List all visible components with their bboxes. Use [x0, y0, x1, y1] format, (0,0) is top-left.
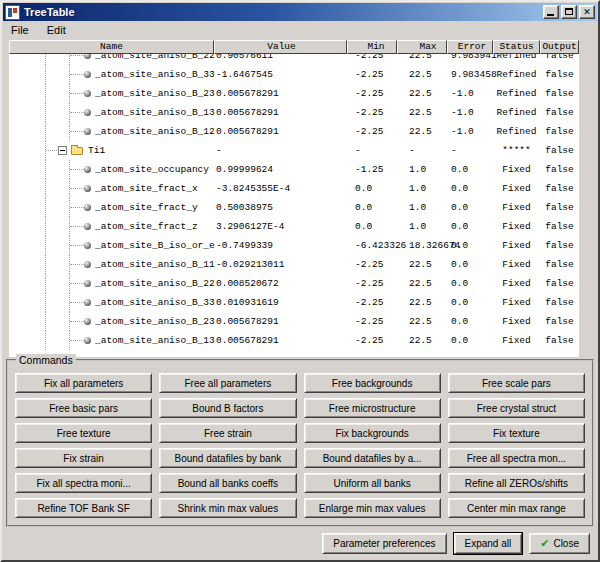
command-button[interactable]: Free all parameters: [159, 373, 296, 393]
param-status: Fixed: [493, 198, 540, 217]
menu-file[interactable]: File: [9, 23, 31, 37]
command-button[interactable]: Free scale pars: [448, 373, 585, 393]
param-max: 1.0: [397, 217, 447, 236]
table-row[interactable]: _atom_site_aniso_B_23 0.005678291 -2.25 …: [9, 84, 579, 103]
command-button[interactable]: Bound datafiles by bank: [159, 448, 296, 468]
param-status: Fixed: [493, 255, 540, 274]
table-row[interactable]: _atom_site_aniso_B_23 0.005678291 -2.25 …: [9, 312, 579, 331]
column-header-min[interactable]: Min: [347, 40, 397, 54]
table-row[interactable]: _atom_site_aniso_B_33 -1.6467545 -2.25 2…: [9, 65, 579, 84]
command-button-label: Free texture: [57, 428, 111, 439]
command-button[interactable]: Bound datafiles by a...: [304, 448, 441, 468]
param-error: -1.0: [447, 84, 493, 103]
command-button[interactable]: Center min max range: [448, 498, 585, 518]
table-row[interactable]: _atom_site_B_iso_or_e -0.7499339 -6.4233…: [9, 236, 579, 255]
param-value: 0.50038975: [214, 198, 347, 217]
param-error: 0.0: [447, 236, 493, 255]
table-row[interactable]: _atom_site_fract_z 3.2906127E-4 0.0 1.0 …: [9, 217, 579, 236]
tree-expander-icon[interactable]: [58, 146, 67, 155]
command-button[interactable]: Enlarge min max values: [304, 498, 441, 518]
parameter-table: Name Value Min Max Error Status Output: [9, 40, 579, 357]
tree-connector-line: [70, 340, 84, 341]
column-header-output[interactable]: Output: [540, 40, 579, 54]
param-max: 22.5: [397, 312, 447, 331]
command-button[interactable]: Refine TOF Bank SF: [15, 498, 152, 518]
param-max: 22.5: [397, 255, 447, 274]
app-icon: [5, 5, 20, 20]
table-row[interactable]: Ti1 - - - - ***** false: [9, 141, 579, 160]
param-value: 0.90576611: [214, 54, 347, 65]
bullet-icon: [84, 337, 91, 344]
command-button[interactable]: Free backgrounds: [304, 373, 441, 393]
command-button-label: Free strain: [204, 428, 252, 439]
param-error: 9.983941: [447, 54, 493, 65]
command-button[interactable]: Free microstructure: [304, 398, 441, 418]
minimize-button[interactable]: [543, 5, 559, 19]
command-button[interactable]: Free all spectra mon...: [448, 448, 585, 468]
param-status: Fixed: [493, 331, 540, 350]
param-name: _atom_site_aniso_B_13: [95, 103, 215, 122]
tree-guide-line: [45, 65, 46, 84]
param-name: _atom_site_aniso_B_12: [95, 122, 215, 141]
tree-connector-line: [70, 321, 84, 322]
command-button[interactable]: Bound B factors: [159, 398, 296, 418]
command-button[interactable]: Shrink min max values: [159, 498, 296, 518]
param-status: Fixed: [493, 160, 540, 179]
menu-edit[interactable]: Edit: [45, 23, 68, 37]
bullet-icon: [84, 166, 91, 173]
command-button-label: Free scale pars: [482, 378, 551, 389]
close-dialog-button[interactable]: ✔Close: [529, 533, 590, 554]
command-button[interactable]: Fix backgrounds: [304, 423, 441, 443]
maximize-button[interactable]: [561, 5, 577, 19]
table-row[interactable]: _atom_site_fract_y 0.50038975 0.0 1.0 0.…: [9, 198, 579, 217]
table-row[interactable]: _atom_site_aniso_B_22 0.008520672 -2.25 …: [9, 274, 579, 293]
column-header-status[interactable]: Status: [493, 40, 540, 54]
command-button[interactable]: Bound all banks coeffs: [159, 473, 296, 493]
param-min: -2.25: [347, 293, 397, 312]
command-button[interactable]: Free basic pars: [15, 398, 152, 418]
expand-all-button[interactable]: Expand all: [454, 533, 523, 554]
tree-guide-line: [45, 122, 46, 141]
param-value: 0.005678291: [214, 312, 347, 331]
table-row[interactable]: _atom_site_aniso_B_33 0.010931619 -2.25 …: [9, 293, 579, 312]
command-button[interactable]: Free strain: [159, 423, 296, 443]
column-header-max[interactable]: Max: [397, 40, 447, 54]
command-button[interactable]: Uniform all banks: [304, 473, 441, 493]
param-max: 1.0: [397, 179, 447, 198]
table-row[interactable]: _atom_site_aniso_B_11 -0.029213011 -2.25…: [9, 255, 579, 274]
bullet-icon: [84, 242, 91, 249]
param-error: 0.0: [447, 293, 493, 312]
table-row[interactable]: _atom_site_occupancy 0.99999624 -1.25 1.…: [9, 160, 579, 179]
table-body: _atom_site_aniso_B_22 0.90576611 -2.25 2…: [9, 54, 579, 357]
tree-cell: Ti1: [9, 141, 214, 160]
command-button[interactable]: Fix all parameters: [15, 373, 152, 393]
table-row[interactable]: _atom_site_aniso_B_13 0.005678291 -2.25 …: [9, 331, 579, 350]
expand-all-label: Expand all: [465, 538, 512, 549]
command-button[interactable]: Free texture: [15, 423, 152, 443]
table-row[interactable]: _atom_site_aniso_B_12 0.005678291 -2.25 …: [9, 122, 579, 141]
column-header-error[interactable]: Error: [447, 40, 493, 54]
table-row[interactable]: _atom_site_aniso_B_22 0.90576611 -2.25 2…: [9, 54, 579, 65]
command-button[interactable]: Fix strain: [15, 448, 152, 468]
commands-panel-title: Commands: [16, 354, 76, 366]
command-button[interactable]: Fix texture: [448, 423, 585, 443]
tree-connector-line: [70, 226, 84, 227]
command-button[interactable]: Refine all ZEROs/shifts: [448, 473, 585, 493]
titlebar[interactable]: TreeTable ✕: [3, 3, 597, 21]
table-row[interactable]: _atom_site_fract_x -3.8245355E-4 0.0 1.0…: [9, 179, 579, 198]
param-max: 22.5: [397, 65, 447, 84]
column-header-value[interactable]: Value: [214, 40, 347, 54]
close-window-button[interactable]: ✕: [579, 5, 595, 19]
tree-guide-line: [45, 84, 46, 103]
table-row[interactable]: _atom_site_aniso_B_13 0.005678291 -2.25 …: [9, 103, 579, 122]
param-value: -0.7499339: [214, 236, 347, 255]
parameter-preferences-button[interactable]: Parameter preferences: [322, 533, 446, 554]
command-button[interactable]: Fix all spectra moni...: [15, 473, 152, 493]
command-button-label: Bound datafiles by a...: [323, 453, 422, 464]
param-name: _atom_site_fract_z: [95, 217, 198, 236]
tree-cell: _atom_site_aniso_B_13: [9, 331, 214, 350]
bullet-icon: [84, 299, 91, 306]
column-header-name[interactable]: Name: [9, 40, 214, 54]
command-button-label: Center min max range: [467, 503, 566, 514]
command-button[interactable]: Free crystal struct: [448, 398, 585, 418]
